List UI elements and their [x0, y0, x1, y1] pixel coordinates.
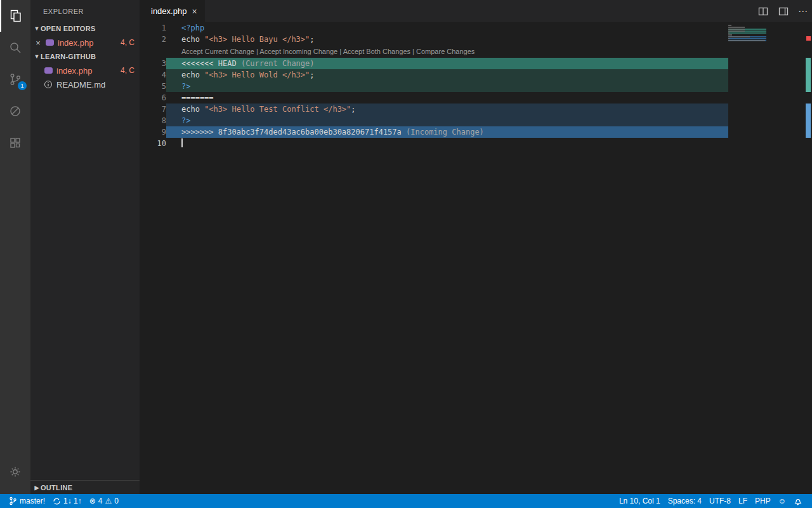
filename: index.php [56, 66, 117, 76]
file-item-indexphp[interactable]: index.php 4, C [30, 64, 140, 77]
minimap-line [728, 32, 766, 34]
open-editor-filename: index.php [58, 38, 117, 48]
code-line[interactable]: 4echo "<h3> Hello Wold </h3>"; [140, 69, 728, 81]
code-token: <?php [181, 23, 204, 32]
encoding[interactable]: UTF-8 [705, 494, 735, 508]
search-icon[interactable] [0, 32, 30, 64]
sidebar-title: EXPLORER [30, 0, 140, 22]
code-line[interactable]: 3<<<<<<< HEAD (Current Change) [140, 58, 728, 69]
code-line[interactable]: 1<?php [140, 22, 728, 34]
line-content: echo "<h3> Hello Test Conflict </h3>"; [166, 104, 728, 115]
code-token: echo [181, 105, 204, 114]
codelens-action[interactable]: Accept Both Changes [343, 48, 410, 55]
minimap-text [728, 34, 732, 36]
open-changes-icon[interactable] [757, 6, 769, 17]
line-number: 10 [140, 138, 166, 149]
minimap-text [728, 36, 750, 37]
more-actions-icon[interactable]: ⋯ [798, 6, 808, 17]
close-icon[interactable]: × [33, 38, 43, 48]
error-count: 4 [98, 497, 103, 505]
tab-bar: index.php × ⋯ [140, 0, 812, 22]
code-token: ======= [181, 93, 214, 102]
chevron-right-icon: ▶ [33, 485, 41, 491]
code-line[interactable]: 8?> [140, 115, 728, 126]
code-line[interactable]: 2echo "<h3> Hello Bayu </h3>"; [140, 34, 728, 45]
debug-icon[interactable] [0, 95, 30, 127]
branch-name: master! [20, 497, 45, 505]
minimap-line [728, 38, 766, 39]
incoming-change-mark [806, 104, 811, 138]
folder-header[interactable]: ▼ LEARN-GITHUB [30, 50, 140, 64]
minimap-text [728, 27, 745, 28]
source-control-badge: 1 [18, 81, 27, 90]
code-line[interactable]: 9>>>>>>> 8f30abc3f74ded43ac6ba00eb30a820… [140, 126, 728, 138]
code-line[interactable]: 5?> [140, 81, 728, 92]
code-token: "<h3> Hello Wold </h3>" [204, 70, 310, 79]
minimap-text [728, 25, 731, 26]
folder-label: LEARN-GITHUB [41, 53, 96, 60]
line-content: ?> [166, 81, 728, 92]
chevron-down-icon: ▼ [33, 25, 41, 32]
feedback-smiley-icon[interactable]: ☺ [775, 494, 790, 508]
sync-status[interactable]: 1↓ 1↑ [49, 494, 86, 508]
vscode-window: 1 EXPLORER ▼ OPEN EDITORS × index.php 4,… [0, 0, 812, 494]
line-content: >>>>>>> 8f30abc3f74ded43ac6ba00eb30a8206… [166, 126, 728, 138]
codelens-separator: | [337, 48, 343, 55]
code-token: <<<<<<< HEAD [181, 59, 241, 68]
minimap-line [728, 30, 766, 32]
editor-body[interactable]: 1<?php2echo "<h3> Hello Bayu </h3>";Acce… [140, 22, 812, 494]
indentation[interactable]: Spaces: 4 [664, 494, 705, 508]
cursor-position[interactable]: Ln 10, Col 1 [615, 494, 664, 508]
code-token: (Current Change) [241, 59, 315, 68]
open-editors-header[interactable]: ▼ OPEN EDITORS [30, 22, 140, 36]
line-content: echo "<h3> Hello Bayu </h3>"; [166, 34, 728, 45]
outline-header[interactable]: ▶ OUTLINE [30, 480, 140, 494]
code-token: ; [310, 70, 314, 79]
warning-count: 0 [114, 497, 119, 505]
extensions-icon[interactable] [0, 127, 30, 159]
code-line[interactable]: 6======= [140, 92, 728, 104]
open-editor-item[interactable]: × index.php 4, C [30, 36, 140, 50]
git-branch-status[interactable]: master! [5, 494, 49, 508]
minimap-line [728, 36, 766, 37]
line-number: 9 [140, 126, 166, 138]
minimap-line [728, 27, 766, 28]
split-editor-icon[interactable] [778, 6, 789, 17]
eol[interactable]: LF [735, 494, 751, 508]
line-number: 1 [140, 22, 166, 34]
filename: README.md [56, 80, 134, 90]
source-control-icon[interactable]: 1 [0, 64, 30, 95]
sync-counts: 1↓ 1↑ [63, 497, 82, 505]
sidebar-spacer [30, 91, 140, 480]
overview-ruler[interactable] [804, 22, 812, 494]
tab-close-icon[interactable]: × [190, 6, 198, 17]
explorer-icon[interactable] [0, 0, 30, 32]
code-line[interactable]: 10 [140, 138, 728, 149]
minimap-line [728, 29, 766, 30]
codelens-action[interactable]: Accept Current Change [181, 48, 254, 55]
code-line[interactable]: 7echo "<h3> Hello Test Conflict </h3>"; [140, 104, 728, 115]
status-bar: master! 1↓ 1↑ ⊗ 4 ⚠ 0 Ln 10, Col 1 Space… [0, 494, 812, 508]
activity-bar: 1 [0, 0, 30, 494]
tab-indexphp[interactable]: index.php × [140, 0, 205, 22]
sync-icon [53, 497, 61, 505]
language-mode[interactable]: PHP [751, 494, 775, 508]
line-number: 3 [140, 58, 166, 69]
line-number: 6 [140, 92, 166, 104]
problems-status[interactable]: ⊗ 4 ⚠ 0 [86, 494, 122, 508]
file-item-readme[interactable]: README.md [30, 77, 140, 91]
codelens-action[interactable]: Accept Incoming Change [259, 48, 337, 55]
code-area[interactable]: 1<?php2echo "<h3> Hello Bayu </h3>";Acce… [140, 22, 728, 149]
settings-gear-icon[interactable] [0, 456, 30, 488]
error-icon: ⊗ [89, 497, 96, 505]
minimap-text [728, 40, 765, 41]
warning-icon: ⚠ [105, 497, 112, 505]
notifications-bell-icon[interactable] [790, 494, 806, 508]
status-bar-left: master! 1↓ 1↑ ⊗ 4 ⚠ 0 [5, 494, 122, 508]
code-token: echo [181, 70, 204, 79]
code-token: ?> [181, 82, 190, 91]
minimap[interactable] [728, 22, 804, 44]
codelens-action[interactable]: Compare Changes [416, 48, 475, 55]
code-token: ?> [181, 116, 190, 125]
status-bar-right: Ln 10, Col 1 Spaces: 4 UTF-8 LF PHP ☺ [615, 494, 806, 508]
